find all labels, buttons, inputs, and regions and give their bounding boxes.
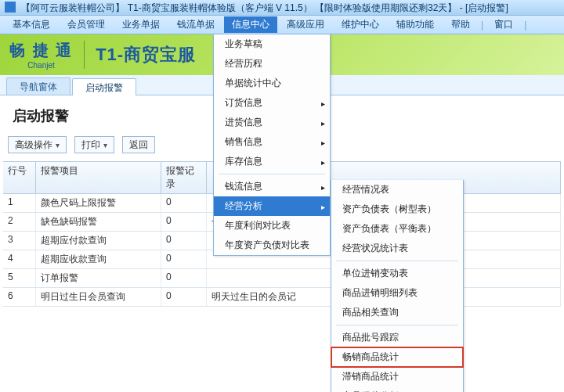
menu-entry[interactable]: 进货信息▸ [214, 113, 330, 132]
menu-item[interactable]: 维护中心 [334, 16, 387, 33]
chevron-right-icon: ▸ [321, 99, 325, 107]
advanced-ops-button[interactable]: 高级操作▾ [8, 136, 67, 153]
document-tab[interactable]: 导航窗体 [6, 77, 70, 95]
menu-item[interactable]: 高级应用 [279, 16, 332, 33]
chevron-right-icon: ▸ [321, 138, 325, 146]
menu-entry[interactable]: 畅销商品统计 [331, 347, 463, 367]
menu-entry[interactable]: 销售信息▸ [214, 132, 330, 152]
menu-item[interactable]: 帮助 [443, 16, 478, 33]
menu-entry[interactable]: 商品经营分析 [331, 387, 463, 392]
print-button[interactable]: 打印▾ [74, 136, 114, 153]
menu-entry[interactable]: 商品进销明细列表 [331, 283, 463, 303]
chevron-right-icon: ▸ [321, 202, 325, 210]
menu-entry[interactable]: 订货信息▸ [214, 93, 330, 113]
back-button[interactable]: 返回 [122, 136, 155, 153]
logo: 畅 捷 通 Chanjet [9, 40, 73, 70]
menu-item[interactable]: 信息中心 [224, 16, 277, 33]
chevron-right-icon: ▸ [321, 118, 325, 127]
brand-text: T1-商贸宝服 [96, 43, 196, 67]
menu-item[interactable]: 基本信息 [5, 16, 58, 33]
window-title: 【阿可云服装鞋帽公司】 T1-商贸宝服装鞋帽体验版（客户端 V 11.5） 【限… [21, 2, 508, 13]
menu-entry[interactable]: 资产负债表（树型表） [331, 200, 463, 219]
menu-entry[interactable]: 经营状况统计表 [331, 239, 463, 258]
chevron-down-icon: ▾ [56, 141, 60, 149]
menu-entry[interactable]: 商品相关查询 [331, 303, 463, 322]
main-menubar: 基本信息会员管理业务单据钱流单据信息中心高级应用维护中心辅助功能帮助|窗口| [0, 16, 564, 34]
window-titlebar: 【阿可云服装鞋帽公司】 T1-商贸宝服装鞋帽体验版（客户端 V 11.5） 【限… [0, 0, 564, 16]
logo-en: Chanjet [27, 61, 54, 70]
document-tab[interactable]: 启动报警 [72, 78, 136, 95]
menu-entry[interactable]: 经营情况表 [331, 180, 463, 200]
menu-entry[interactable]: 库存信息▸ [214, 152, 330, 171]
table-row[interactable]: 5订单报警0 [3, 269, 561, 288]
menu-item[interactable]: 钱流单据 [169, 16, 222, 33]
col-item[interactable]: 报警项目 [36, 162, 161, 193]
analysis-submenu: 经营情况表资产负债表（树型表）资产负债表（平衡表）经营状况统计表单位进销变动表商… [331, 180, 464, 392]
menu-entry[interactable]: 钱流信息▸ [214, 177, 330, 196]
menu-entry[interactable]: 资产负债表（平衡表） [331, 219, 463, 239]
menu-entry[interactable]: 滞销商品统计 [331, 367, 463, 387]
logo-cn: 畅 捷 通 [9, 40, 73, 61]
info-center-menu: 业务草稿经营历程单据统计中心订货信息▸进货信息▸销售信息▸库存信息▸钱流信息▸经… [213, 34, 331, 256]
chevron-down-icon: ▾ [103, 141, 107, 149]
menu-entry[interactable]: 单位进销变动表 [331, 264, 463, 283]
chevron-right-icon: ▸ [321, 182, 325, 191]
menu-entry[interactable]: 经营分析▸ [214, 196, 330, 216]
menu-item[interactable]: 辅助功能 [389, 16, 442, 33]
menu-entry[interactable]: 单据统计中心 [214, 74, 330, 93]
menu-entry[interactable]: 年度资产负债对比表 [214, 236, 330, 255]
col-count[interactable]: 报警记录 [161, 162, 207, 193]
table-row[interactable]: 6明日过生日会员查询0明天过生日的会员记 [3, 288, 561, 307]
menu-item[interactable]: 会员管理 [60, 16, 113, 33]
menu-entry[interactable]: 经营历程 [214, 54, 330, 74]
menu-item[interactable]: 业务单据 [114, 16, 168, 33]
app-icon [5, 2, 16, 13]
menu-entry[interactable]: 业务草稿 [214, 34, 330, 54]
chevron-right-icon: ▸ [321, 157, 325, 166]
menu-entry[interactable]: 商品批号跟踪 [331, 328, 463, 347]
banner-divider [84, 41, 85, 69]
col-no[interactable]: 行号 [3, 162, 36, 193]
menu-entry[interactable]: 年度利润对比表 [214, 216, 330, 236]
menu-window[interactable]: 窗口 [486, 16, 521, 33]
